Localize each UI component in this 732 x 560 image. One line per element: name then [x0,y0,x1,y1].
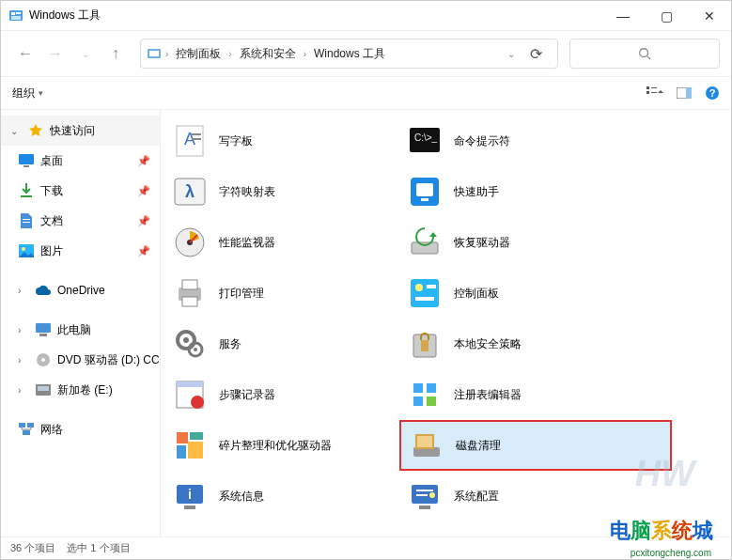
nav-bar: ← → ⌄ ↑ › 控制面板 › 系统和安全 › Windows 工具 ⌄ ⟳ [1,31,731,76]
app-item[interactable]: 恢复驱动器 [399,217,672,268]
sidebar-downloads[interactable]: 下载 📌 [1,176,160,206]
organize-button[interactable]: 组织 ▾ [12,86,43,101]
breadcrumb-item[interactable]: 系统和安全 [236,44,300,64]
svg-rect-9 [646,91,649,94]
app-item[interactable]: i系统信息 [164,471,399,521]
svg-rect-78 [419,506,430,509]
sidebar-this-pc[interactable]: › 此电脑 [1,315,160,345]
app-icon: i [170,476,210,516]
close-button[interactable]: ✕ [688,1,731,31]
address-bar[interactable]: › 控制面板 › 系统和安全 › Windows 工具 ⌄ ⟳ [140,39,558,69]
app-item[interactable]: 控制面板 [399,268,672,319]
sidebar-new-volume[interactable]: › 新加卷 (E:) [1,375,160,405]
svg-point-56 [183,337,189,343]
svg-point-62 [191,396,204,409]
breadcrumb-item[interactable]: 控制面板 [172,44,225,64]
app-item[interactable]: 本地安全策略 [399,319,672,369]
chevron-down-icon: ▾ [39,88,43,98]
svg-rect-5 [149,51,159,56]
app-label: 写字板 [219,133,253,149]
svg-rect-64 [427,383,436,393]
chevron-right-icon: › [226,49,233,59]
svg-rect-63 [413,383,423,393]
breadcrumb-item[interactable]: Windows 工具 [310,44,389,64]
app-item[interactable]: 打印管理 [164,268,399,319]
chevron-right-icon: › [18,355,29,366]
svg-rect-69 [177,445,186,459]
svg-rect-52 [427,285,436,288]
recent-dropdown[interactable]: ⌄ [72,40,99,67]
svg-rect-8 [646,86,649,89]
up-button[interactable]: ↑ [102,40,129,67]
sidebar-network[interactable]: 网络 [1,414,160,444]
app-icon [405,375,444,414]
app-item[interactable]: C:\>_命令提示符 [399,116,672,166]
svg-point-57 [194,348,197,351]
sidebar-documents[interactable]: 文档 📌 [1,206,160,236]
app-label: 本地安全策略 [454,336,522,352]
svg-line-7 [647,56,651,60]
app-item[interactable]: 碎片整理和优化驱动器 [164,420,399,471]
svg-rect-66 [427,397,436,406]
sidebar-onedrive[interactable]: › OneDrive [1,275,160,305]
app-item[interactable]: 系统配置 [399,471,672,521]
sidebar-pictures[interactable]: 图片 📌 [1,236,160,266]
app-icon [170,324,210,364]
app-label: 控制面板 [454,286,499,302]
svg-rect-53 [415,297,434,301]
svg-rect-30 [27,423,34,428]
back-button[interactable]: ← [12,40,39,67]
pc-icon [35,321,52,338]
app-item[interactable]: 注册表编辑器 [399,369,672,420]
app-label: 系统信息 [219,489,264,505]
svg-rect-18 [21,195,32,197]
svg-rect-23 [36,323,51,333]
maximize-button[interactable]: ▢ [645,1,688,31]
address-dropdown[interactable]: ⌄ [507,49,519,59]
chevron-right-icon: › [164,49,170,59]
cloud-icon [35,282,52,299]
svg-text:C:\>_: C:\>_ [414,132,438,143]
svg-rect-73 [417,436,432,447]
svg-rect-41 [416,183,433,196]
svg-rect-49 [182,297,197,306]
app-item[interactable]: 快速助手 [399,166,672,217]
app-item[interactable]: 步骤记录器 [164,369,399,420]
app-item[interactable]: 磁盘清理 [399,420,672,471]
app-item[interactable]: 性能监视器 [164,217,399,268]
items-view: A写字板C:\>_命令提示符λ字符映射表快速助手性能监视器恢复驱动器打印管理控制… [161,110,731,537]
app-label: 服务 [219,336,241,352]
forward-button[interactable]: → [42,40,69,67]
picture-icon [18,242,35,259]
svg-rect-67 [177,432,188,443]
svg-rect-13 [686,87,692,99]
app-icon [405,172,444,211]
explorer-window: Windows 工具 — ▢ ✕ ← → ⌄ ↑ › 控制面板 › 系统和安全 … [0,0,732,560]
sidebar-desktop[interactable]: 桌面 📌 [1,146,160,176]
app-icon [405,324,444,364]
app-item[interactable]: A写字板 [164,116,399,166]
help-button[interactable]: ? [705,86,720,101]
svg-rect-1 [11,12,15,15]
preview-pane-button[interactable] [677,87,692,99]
sidebar-dvd[interactable]: › DVD 驱动器 (D:) CC [1,345,160,375]
svg-rect-19 [23,219,30,220]
refresh-button[interactable]: ⟳ [521,45,552,63]
document-icon [18,212,35,229]
search-input[interactable] [569,39,720,69]
app-label: 命令提示符 [454,133,510,149]
app-icon: A [170,121,210,161]
sidebar-quick-access[interactable]: ⌄ 快速访问 [1,116,160,146]
minimize-button[interactable]: — [601,1,645,31]
drive-icon [35,381,52,398]
svg-point-81 [429,492,435,498]
navigation-pane: ⌄ 快速访问 桌面 📌 下载 📌 文档 📌 图片 [1,110,161,537]
view-options-button[interactable] [646,86,663,100]
network-icon [18,421,35,438]
svg-text:?: ? [709,87,716,99]
app-icon [405,273,444,313]
app-item[interactable]: 服务 [164,319,399,369]
status-total: 36 个项目 [10,541,55,555]
app-item[interactable]: λ字符映射表 [164,166,399,217]
svg-rect-11 [651,92,657,93]
